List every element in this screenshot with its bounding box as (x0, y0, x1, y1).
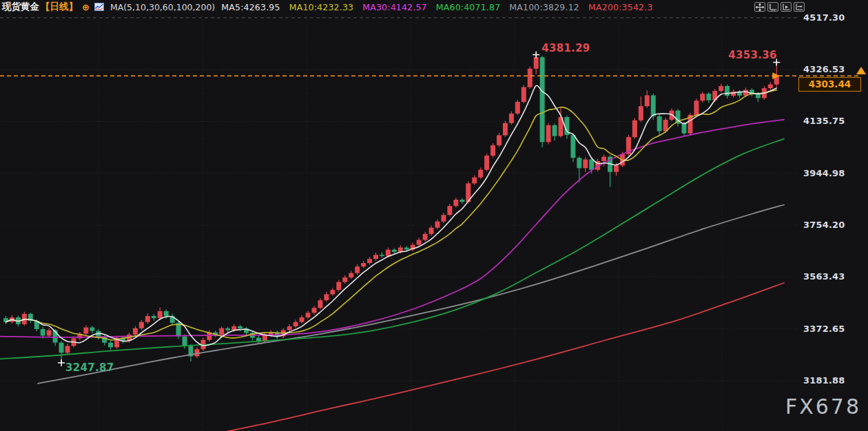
last-price-box: 4303.44 (798, 77, 861, 92)
candle (682, 123, 687, 133)
candle (90, 328, 94, 331)
ma-line-ma60 (0, 139, 784, 359)
ma-config-label[interactable]: MA(5,10,30,60,100,200) (110, 2, 215, 12)
chart-toolbar (754, 2, 805, 12)
candle (349, 273, 353, 277)
candle (367, 259, 372, 263)
annotation-window-low: 3247.87 (65, 361, 114, 374)
candle (41, 329, 45, 335)
ma-legend-value: MA30:4142.57 (362, 2, 427, 12)
candle (521, 87, 526, 102)
candle (336, 282, 341, 290)
candle (645, 95, 650, 106)
candle (238, 326, 242, 328)
candle (324, 294, 329, 300)
candle (108, 343, 113, 348)
axis-tick-label: 4517.30 (803, 12, 858, 23)
axis-tick-label: 3563.43 (803, 271, 858, 282)
candle (59, 343, 64, 353)
axis-tick-label: 4326.53 (803, 64, 858, 74)
candle (164, 311, 169, 316)
candle (404, 248, 409, 250)
candle (342, 277, 347, 282)
candle (694, 101, 699, 115)
candle (386, 250, 391, 256)
candle (515, 102, 520, 114)
candle (392, 250, 397, 252)
candle (614, 165, 619, 171)
candle (380, 255, 384, 256)
ma-line-ma30 (0, 120, 784, 337)
candle (158, 311, 163, 318)
axis-tick-label: 3181.88 (803, 375, 858, 386)
axis-tick-label: 3944.98 (803, 168, 858, 178)
ma-legend-value: MA200:3542.3 (588, 2, 653, 12)
ma-legend: MA5:4263.95MA10:4232.33MA30:4142.57MA60:… (221, 2, 652, 12)
candle (423, 234, 428, 240)
candle (589, 160, 594, 170)
candle (152, 316, 156, 318)
candle (373, 255, 378, 259)
candle (719, 86, 723, 91)
ma-lines-layer (0, 85, 784, 431)
candle (139, 322, 144, 328)
candle (509, 114, 514, 123)
ma-legend-value: MA100:3829.12 (509, 2, 579, 12)
scroll-to-latest-button[interactable] (794, 2, 805, 12)
ma-legend-value: MA60:4071.87 (436, 2, 501, 12)
candle (83, 328, 88, 334)
candle (632, 120, 637, 137)
candle (528, 69, 533, 87)
chart-type-icon[interactable] (94, 1, 104, 14)
candle (355, 266, 360, 273)
candle (225, 328, 230, 330)
pan-crosshair-button[interactable] (754, 2, 765, 12)
candle (651, 95, 656, 116)
candle (570, 135, 575, 158)
candle (577, 158, 581, 168)
candle (145, 316, 150, 322)
candle (293, 322, 298, 326)
candle (65, 346, 70, 353)
annotation-session-high: 4381.29 (541, 42, 590, 54)
candle (447, 206, 452, 215)
price-chart-canvas[interactable] (0, 0, 868, 431)
candle (497, 135, 502, 145)
play-to-right-button[interactable] (781, 2, 792, 12)
candle (540, 57, 545, 142)
candle (484, 156, 489, 170)
candle (435, 222, 440, 228)
trading-chart-window: 现货黄金 【日线】 ⊕ MA(5,10,30,60,100,200) MA5:4… (0, 0, 868, 431)
axis-tick-label: 3372.65 (803, 324, 858, 334)
ma-line-ma200 (195, 283, 784, 431)
candle (534, 57, 539, 69)
price-up-arrow-icon (856, 67, 866, 74)
candle (306, 313, 311, 317)
extreme-cross-icon (533, 51, 539, 58)
candle (183, 337, 187, 346)
candle (318, 300, 322, 308)
add-indicator-icon[interactable]: ⊕ (82, 2, 90, 12)
candle (256, 338, 261, 341)
candle (583, 160, 588, 169)
ma-legend-value: MA10:4232.33 (289, 2, 354, 12)
axis-tick-label: 4135.75 (803, 116, 858, 126)
extreme-cross-icon (58, 359, 65, 366)
fit-axes-button[interactable] (767, 2, 778, 12)
candle (472, 178, 477, 184)
candle (700, 94, 705, 101)
candle (47, 330, 52, 336)
watermark: FX678 (785, 395, 861, 419)
timeframe-label[interactable]: 【日线】 (41, 1, 78, 13)
candle (330, 290, 335, 294)
candle (657, 116, 662, 132)
candle (639, 106, 643, 120)
candle (219, 328, 224, 335)
candle (312, 308, 317, 313)
candle (417, 240, 422, 244)
candle (441, 215, 446, 221)
candle (725, 86, 730, 96)
candle (546, 125, 551, 142)
candle (133, 328, 138, 335)
candle (300, 317, 304, 322)
